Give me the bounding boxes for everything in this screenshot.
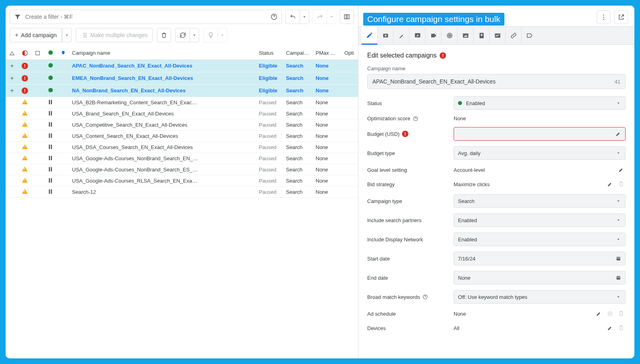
add-campaign-button[interactable]: + Add campaign bbox=[10, 28, 62, 42]
campaign-name-cell[interactable]: USA_Google-Ads-Courses_RLSA_Search_EN_Ex… bbox=[70, 175, 256, 186]
campaign-name-input[interactable]: APAC_NonBrand_Search_EN_Exact_All-Device… bbox=[367, 74, 626, 89]
ctype-select[interactable]: Search bbox=[454, 194, 626, 208]
tab-wand[interactable] bbox=[394, 26, 410, 45]
campaign-name-cell[interactable]: APAC_NonBrand_Search_EN_Exact_All-Device… bbox=[70, 60, 256, 72]
columns-button[interactable] bbox=[340, 10, 354, 24]
expand-icon[interactable]: + bbox=[10, 75, 14, 82]
tab-link[interactable] bbox=[506, 26, 522, 45]
edit-button[interactable] bbox=[617, 165, 626, 174]
col-expand[interactable] bbox=[6, 46, 18, 60]
clipboard-button[interactable] bbox=[617, 324, 626, 332]
edit-button[interactable] bbox=[606, 180, 614, 189]
budget-input[interactable] bbox=[454, 127, 626, 141]
goal-value: Account-level bbox=[454, 167, 613, 173]
cancel-button[interactable] bbox=[606, 309, 614, 318]
col-opt[interactable]: Opti bbox=[342, 46, 358, 60]
idea-button[interactable] bbox=[203, 28, 218, 42]
edit-button[interactable] bbox=[594, 309, 603, 318]
table-row[interactable]: USA_Content_Search_EN_Exact_All-DevicesP… bbox=[6, 130, 358, 141]
col-name[interactable]: Campaign name bbox=[70, 46, 256, 60]
budget-type-select[interactable]: Avg. daily bbox=[454, 146, 626, 160]
status-cell: Paused bbox=[256, 141, 284, 153]
pmax-cell: None bbox=[313, 72, 342, 84]
tab-video[interactable] bbox=[426, 26, 442, 45]
add-campaign-dropdown[interactable] bbox=[62, 28, 72, 42]
campaign-name-cell[interactable]: USA_Google-Ads-Courses_NonBrand_Search_E… bbox=[70, 153, 256, 164]
tab-target[interactable] bbox=[442, 26, 458, 45]
table-row[interactable]: USA_Google-Ads-Courses_RLSA_Search_EN_Ex… bbox=[6, 175, 358, 186]
broad-select[interactable]: Off: Use keyword match types bbox=[454, 290, 626, 304]
partners-select[interactable]: Enabled bbox=[454, 213, 626, 227]
help-icon[interactable] bbox=[422, 294, 428, 300]
col-type[interactable]: Campaig… bbox=[284, 46, 313, 60]
table-row[interactable]: USA_Brand_Search_EN_Exact_All-DevicesPau… bbox=[6, 108, 358, 119]
campaign-name-cell[interactable]: USA_Competitive_Search_EN_Exact_All-Devi… bbox=[70, 119, 256, 130]
campaign-name-cell[interactable]: NA_NonBrand_Search_EN_Exact_All-Devices bbox=[70, 84, 256, 97]
status-cell: Paused bbox=[256, 164, 284, 175]
table-row[interactable]: USA_Google-Ads-Courses_NonBrand_Search_E… bbox=[6, 153, 358, 164]
campaign-name-cell[interactable]: USA_Google-Ads-Courses_NonBrand_Search_E… bbox=[70, 164, 256, 175]
refresh-dropdown[interactable] bbox=[190, 28, 199, 42]
alert-warning-icon bbox=[22, 144, 28, 149]
campaign-name-cell[interactable]: USA_Content_Search_EN_Exact_All-Devices bbox=[70, 130, 256, 141]
alert-red-icon: ! bbox=[22, 63, 28, 69]
table-row[interactable]: +!EMEA_NonBrand_Search_EN_Exact_All-Devi… bbox=[6, 72, 358, 84]
col-idea[interactable] bbox=[57, 46, 70, 60]
status-enabled-icon bbox=[48, 88, 53, 92]
tab-image[interactable] bbox=[458, 26, 474, 45]
campaign-name-cell[interactable]: USA_DSA_Courses_Search_EN_Exact_All-Devi… bbox=[70, 141, 256, 153]
help-icon[interactable] bbox=[413, 116, 418, 121]
filter-bar[interactable] bbox=[10, 10, 282, 24]
col-enable[interactable] bbox=[44, 46, 57, 60]
clipboard-button[interactable] bbox=[617, 180, 626, 189]
delete-button[interactable] bbox=[157, 28, 171, 42]
undo-dropdown[interactable] bbox=[300, 10, 309, 24]
redo-dropdown[interactable] bbox=[327, 10, 336, 24]
status-paused-icon bbox=[49, 167, 52, 171]
table-row[interactable]: USA_Competitive_Search_EN_Exact_All-Devi… bbox=[6, 119, 358, 130]
tab-display[interactable] bbox=[410, 26, 426, 45]
table-row[interactable]: USA_DSA_Courses_Search_EN_Exact_All-Devi… bbox=[6, 141, 358, 153]
table-row[interactable]: USA_B2B-Remarketing_Content_Search_EN_Ex… bbox=[6, 97, 358, 108]
col-box[interactable] bbox=[31, 46, 44, 60]
table-row[interactable]: +!NA_NonBrand_Search_EN_Exact_All-Device… bbox=[6, 84, 358, 97]
campaign-name-cell[interactable]: Search-12 bbox=[70, 186, 256, 197]
tab-chart[interactable] bbox=[490, 26, 506, 45]
status-select[interactable]: Enabled bbox=[454, 96, 626, 110]
idea-dropdown[interactable] bbox=[218, 28, 227, 42]
ctype-label: Campaign type bbox=[367, 198, 447, 204]
expand-icon[interactable]: + bbox=[10, 87, 14, 94]
clipboard-button[interactable] bbox=[617, 309, 626, 318]
alert-icon: ! bbox=[402, 131, 408, 137]
display-select[interactable]: Enabled bbox=[454, 233, 626, 246]
filter-input[interactable] bbox=[25, 14, 266, 20]
more-menu-button[interactable] bbox=[597, 10, 610, 24]
redo-button[interactable] bbox=[312, 10, 327, 24]
undo-button[interactable] bbox=[285, 10, 300, 24]
campaign-name-cell[interactable]: USA_Brand_Search_EN_Exact_All-Devices bbox=[70, 108, 256, 119]
alert-warning-icon bbox=[22, 155, 28, 160]
chevron-down-icon bbox=[616, 100, 621, 106]
open-new-button[interactable] bbox=[614, 10, 628, 24]
table-row[interactable]: Search-12PausedSearchNone bbox=[6, 186, 358, 197]
status-cell: Eligible bbox=[256, 84, 284, 97]
col-alert[interactable] bbox=[18, 46, 31, 60]
col-status[interactable]: Status bbox=[256, 46, 284, 60]
table-row[interactable]: USA_Google-Ads-Courses_NonBrand_Search_E… bbox=[6, 164, 358, 175]
refresh-button[interactable] bbox=[175, 28, 190, 42]
table-row[interactable]: +!APAC_NonBrand_Search_EN_Exact_All-Devi… bbox=[6, 60, 358, 72]
tab-edit[interactable] bbox=[362, 26, 378, 45]
tab-camera[interactable] bbox=[378, 26, 394, 45]
end-date-input[interactable]: None bbox=[454, 271, 626, 284]
campaign-name-cell[interactable]: USA_B2B-Remarketing_Content_Search_EN_Ex… bbox=[70, 97, 256, 108]
start-date-input[interactable]: 7/16/24 bbox=[454, 252, 626, 265]
campaign-name-cell[interactable]: EMEA_NonBrand_Search_EN_Exact_All-Device… bbox=[70, 72, 256, 84]
help-icon[interactable] bbox=[270, 13, 278, 20]
edit-button[interactable] bbox=[606, 324, 614, 332]
tab-tag[interactable] bbox=[522, 26, 538, 45]
col-pmax[interactable]: PMax mi… bbox=[313, 46, 342, 60]
svg-rect-10 bbox=[463, 34, 468, 38]
make-multiple-button[interactable]: Make multiple changes bbox=[76, 28, 153, 42]
tab-location[interactable] bbox=[474, 26, 490, 45]
expand-icon[interactable]: + bbox=[10, 62, 14, 69]
